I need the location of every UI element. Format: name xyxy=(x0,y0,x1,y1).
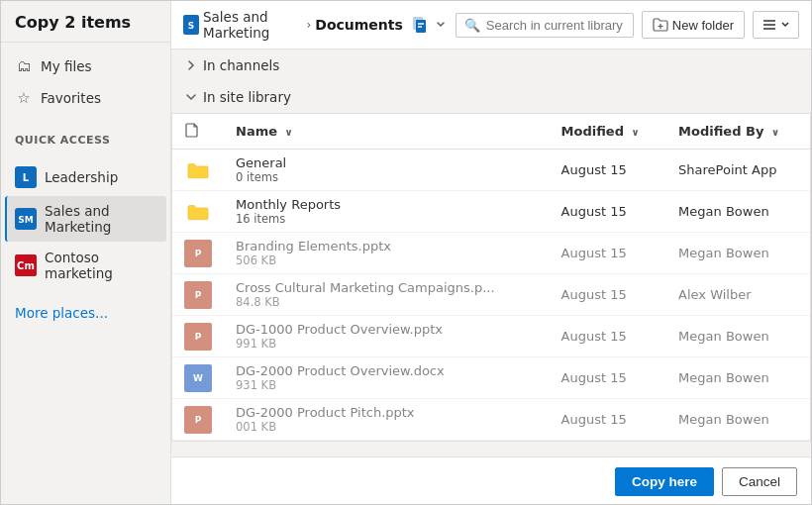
my-files-label: My files xyxy=(41,58,92,74)
breadcrumb-current: Documents xyxy=(315,17,403,33)
new-folder-icon xyxy=(653,17,668,33)
file-name-cell: Cross Cultural Marketing Campaigns.p... … xyxy=(236,280,538,309)
site-icon: S xyxy=(183,15,199,35)
file-meta: 001 KB xyxy=(236,420,415,434)
pptx-icon: P xyxy=(184,406,212,434)
file-name-cell: General 0 items xyxy=(236,155,538,184)
file-meta: 0 items xyxy=(236,170,286,184)
breadcrumb-site-name: Sales and Marketing xyxy=(203,9,302,41)
sales-label: Sales and Marketing xyxy=(45,203,156,235)
table-row[interactable]: W DG-2000 Product Overview.docx 931 KB A… xyxy=(172,357,810,399)
qa-item-contoso[interactable]: Cm Contoso marketing xyxy=(5,243,166,288)
new-folder-button[interactable]: New folder xyxy=(642,11,745,39)
in-site-library-label: In site library xyxy=(203,89,291,105)
file-name-cell: Monthly Reports 16 items xyxy=(236,197,538,226)
copy-here-button[interactable]: Copy here xyxy=(615,467,714,496)
right-panel: S Sales and Marketing › Documents 🔍 xyxy=(171,1,811,505)
qa-item-sales[interactable]: SM Sales and Marketing xyxy=(5,196,166,242)
file-name: DG-2000 Product Pitch.pptx xyxy=(236,405,415,420)
table-row[interactable]: P DG-1000 Product Overview.pptx 991 KB A… xyxy=(172,316,810,357)
sort-modifiedby-icon: ∨ xyxy=(771,127,779,138)
file-name: DG-1000 Product Overview.pptx xyxy=(236,322,443,337)
modified-by-cell: Alex Wilber xyxy=(666,274,810,316)
file-name-cell: DG-2000 Product Overview.docx 931 KB xyxy=(236,363,538,392)
chevron-down-icon xyxy=(780,20,790,30)
leadership-icon: L xyxy=(15,166,37,188)
right-header: S Sales and Marketing › Documents 🔍 xyxy=(171,1,811,50)
modified-by-cell: Megan Bowen xyxy=(666,316,810,357)
qa-item-leadership[interactable]: L Leadership xyxy=(5,159,166,195)
content-area: In channels In site library xyxy=(171,50,811,456)
modified-cell: August 15 xyxy=(550,150,667,191)
table-row[interactable]: P Cross Cultural Marketing Campaigns.p..… xyxy=(172,274,810,316)
search-input[interactable] xyxy=(486,18,625,33)
nav-favorites[interactable]: ☆ Favorites xyxy=(1,82,170,114)
svg-text:SM: SM xyxy=(18,215,33,225)
file-meta: 84.8 KB xyxy=(236,295,495,309)
left-nav: 🗂 My files ☆ Favorites xyxy=(1,43,170,122)
table-row[interactable]: P DG-2000 Product Pitch.pptx 001 KB Augu… xyxy=(172,399,810,441)
modified-by-cell: Megan Bowen xyxy=(666,191,810,233)
breadcrumb-site[interactable]: S Sales and Marketing xyxy=(183,9,302,41)
modified-by-cell: Megan Bowen xyxy=(666,357,810,399)
pptx-icon: P xyxy=(184,281,212,309)
modified-by-cell: SharePoint App xyxy=(666,150,810,191)
modified-cell: August 15 xyxy=(550,357,667,399)
folder-icon xyxy=(184,158,212,182)
modified-cell: August 15 xyxy=(550,274,667,316)
cancel-button[interactable]: Cancel xyxy=(722,467,797,496)
more-places-link[interactable]: More places... xyxy=(1,297,170,329)
breadcrumb-docs-icon[interactable] xyxy=(411,15,448,35)
section-in-channels[interactable]: In channels xyxy=(171,50,811,81)
favorites-label: Favorites xyxy=(41,90,101,106)
table-row[interactable]: Monthly Reports 16 items August 15 Megan… xyxy=(172,191,810,233)
svg-text:Cm: Cm xyxy=(17,260,35,271)
docx-icon: W xyxy=(184,364,212,392)
hamburger-icon xyxy=(761,17,777,33)
file-name-cell: DG-1000 Product Overview.pptx 991 KB xyxy=(236,322,538,351)
menu-button[interactable] xyxy=(753,11,799,39)
dialog-title: Copy 2 items xyxy=(1,1,170,43)
search-icon: 🔍 xyxy=(464,18,480,33)
sales-icon: SM xyxy=(15,208,37,230)
file-name: DG-2000 Product Overview.docx xyxy=(236,363,445,378)
favorites-icon: ☆ xyxy=(15,89,33,107)
file-name: Branding Elements.pptx xyxy=(236,239,391,253)
modified-by-cell: Megan Bowen xyxy=(666,233,810,274)
contoso-label: Contoso marketing xyxy=(45,250,156,281)
file-meta: 506 KB xyxy=(236,253,391,267)
contoso-icon: Cm xyxy=(15,254,37,276)
file-name: General xyxy=(236,155,286,170)
svg-text:S: S xyxy=(188,21,194,31)
search-box[interactable]: 🔍 xyxy=(456,13,634,38)
quick-access-list: L Leadership SM Sales and Marketing Cm C… xyxy=(1,151,170,297)
breadcrumb: S Sales and Marketing › Documents xyxy=(183,9,448,41)
pptx-icon: P xyxy=(184,323,212,351)
footer: Copy here Cancel xyxy=(171,456,811,505)
column-name[interactable]: Name ∨ xyxy=(224,114,550,150)
file-name-cell: DG-2000 Product Pitch.pptx 001 KB xyxy=(236,405,538,434)
file-meta: 991 KB xyxy=(236,337,443,351)
in-channels-label: In channels xyxy=(203,57,279,73)
breadcrumb-arrow: › xyxy=(306,18,311,32)
pptx-icon: P xyxy=(184,240,212,267)
chevron-down-section-icon xyxy=(185,91,197,103)
file-meta: 931 KB xyxy=(236,378,445,392)
column-modified-by[interactable]: Modified By ∨ xyxy=(666,114,810,150)
file-table-container: Name ∨ Modified ∨ Modified By ∨ xyxy=(171,113,811,442)
nav-my-files[interactable]: 🗂 My files xyxy=(1,50,170,82)
my-files-icon: 🗂 xyxy=(15,57,33,75)
folder-icon xyxy=(184,200,212,224)
modified-cell: August 15 xyxy=(550,191,667,233)
file-name: Cross Cultural Marketing Campaigns.p... xyxy=(236,280,495,295)
table-row[interactable]: General 0 items August 15 SharePoint App xyxy=(172,150,810,191)
section-in-site-library[interactable]: In site library xyxy=(171,81,811,113)
sort-modified-icon: ∨ xyxy=(631,127,639,138)
file-meta: 16 items xyxy=(236,212,341,226)
modified-by-cell: Megan Bowen xyxy=(666,399,810,441)
quick-access-label: Quick access xyxy=(1,122,170,151)
table-row[interactable]: P Branding Elements.pptx 506 KB August 1… xyxy=(172,233,810,274)
modified-cell: August 15 xyxy=(550,233,667,274)
file-name: Monthly Reports xyxy=(236,197,341,212)
column-modified[interactable]: Modified ∨ xyxy=(550,114,667,150)
